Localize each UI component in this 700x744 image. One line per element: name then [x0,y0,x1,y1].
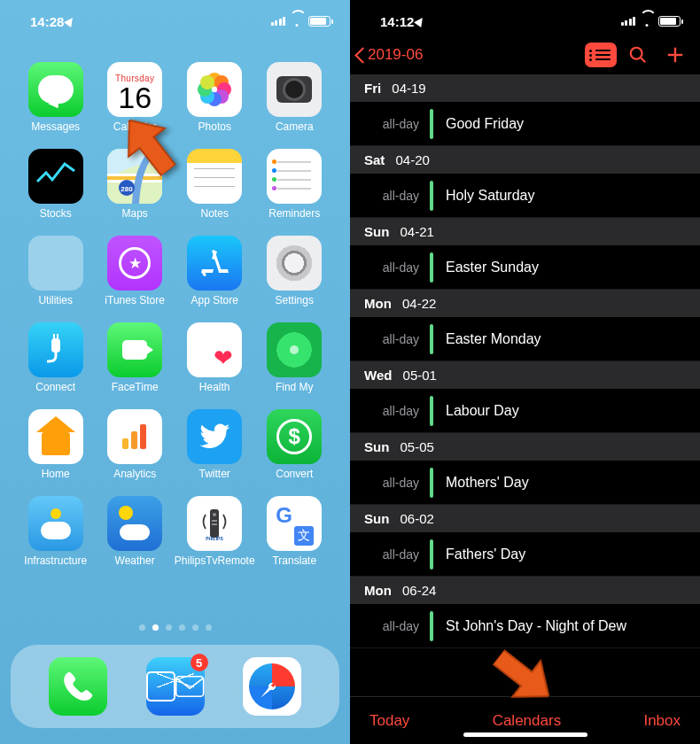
dock-safari[interactable] [243,657,301,716]
toolbar: Today Calendars Inbox [350,696,700,744]
app-health[interactable]: Health [175,322,255,393]
app-notes[interactable]: Notes [175,149,255,220]
app-home[interactable]: Home [16,409,95,480]
app-weather[interactable]: Weather [95,496,174,567]
facetime-icon [107,322,162,377]
app-stocks[interactable]: Stocks [16,149,95,220]
cell-signal-icon [621,17,636,26]
event-title: Fathers' Day [446,546,525,562]
app-label: Translate [272,554,316,567]
event-row[interactable]: all-daySt John's Day - Night of Dew [350,604,700,648]
app-label: App Store [191,294,238,306]
today-button[interactable]: Today [369,712,409,730]
dock-phone[interactable] [49,657,107,716]
app-philips-remote[interactable]: PHILIPSPhilipsTvRemote [175,496,255,567]
calendar-day: 16 [118,82,152,112]
event-color-bar [430,181,433,211]
app-label: Connect [35,381,75,393]
svg-rect-24 [176,677,204,697]
event-title: Holy Saturday [446,188,535,204]
event-row[interactable]: all-dayHoly Saturday [350,174,700,218]
inbox-button[interactable]: Inbox [643,712,681,730]
event-row[interactable]: all-dayLabour Day [350,389,700,433]
app-find-my[interactable]: Find My [255,322,334,393]
day-header: Sun 04-21 [350,218,700,245]
add-event-button[interactable] [659,42,691,68]
event-time: all-day [364,260,419,275]
app-twitter[interactable]: Twitter [175,409,255,480]
find-my-icon [267,322,322,377]
event-row[interactable]: all-dayEaster Sunday [350,245,700,290]
convert-icon [267,409,322,464]
location-icon [414,15,426,27]
app-photos[interactable]: Photos [175,62,255,133]
chevron-left-icon [354,45,366,65]
event-time: all-day [364,404,419,418]
app-label: Twitter [199,468,230,480]
event-row[interactable]: all-dayGood Friday [350,102,700,146]
event-title: Labour Day [446,403,519,419]
app-infrastructure[interactable]: Infrastructure [16,496,95,567]
svg-rect-16 [122,438,128,449]
app-utilities[interactable]: Utilities [16,236,95,306]
svg-rect-14 [53,334,55,339]
back-button[interactable]: 2019-06 [354,45,423,65]
svg-rect-21 [212,520,217,522]
event-time: all-day [364,619,419,633]
svg-text:PHILIPS: PHILIPS [206,536,223,541]
svg-rect-13 [51,338,60,353]
calendars-button[interactable]: Calendars [493,712,562,730]
event-row[interactable]: all-dayMothers' Day [350,461,700,505]
app-settings[interactable]: Settings [255,236,334,306]
nav-bar: 2019-06 [350,35,700,74]
app-translate[interactable]: Translate [255,496,334,567]
phone-icon [49,657,107,716]
app-label: Reminders [268,207,320,220]
app-facetime[interactable]: FaceTime [95,322,174,393]
day-header: Sun 05-05 [350,433,700,461]
svg-point-25 [631,48,642,59]
list-icon [585,43,617,67]
event-row[interactable]: all-dayEaster Monday [350,317,700,361]
app-label: Convert [276,468,313,480]
home-icon [28,409,83,464]
app-connect[interactable]: Connect [16,322,95,393]
page-indicator[interactable] [0,624,350,631]
dock: 5 [11,645,339,728]
settings-icon [267,236,322,291]
battery-icon [308,16,331,27]
app-reminders[interactable]: Reminders [255,149,334,220]
app-label: Infrastructure [24,554,87,567]
svg-rect-10 [107,176,162,180]
event-time: all-day [364,117,419,131]
calendar-app: 14:12 2019-06 Fri 04-19all-dayGood Frida… [350,0,700,744]
app-camera[interactable]: Camera [255,62,334,133]
app-itunes-store[interactable]: iTunes Store [95,236,174,306]
app-calendar[interactable]: Thursday16Calendar [95,62,174,133]
dock-mail[interactable]: 5 [146,657,205,716]
notes-icon [187,149,242,204]
home-indicator[interactable] [463,732,587,737]
svg-rect-17 [131,431,137,449]
event-color-bar [430,611,433,641]
svg-text:280: 280 [121,185,133,193]
app-store-icon [187,236,242,291]
list-view-button[interactable] [585,42,617,68]
day-header: Mon 04-22 [350,290,700,317]
app-analytics[interactable]: Analytics [95,409,174,480]
status-bar: 14:12 [350,0,700,35]
event-row[interactable]: all-dayFathers' Day [350,532,700,577]
search-button[interactable] [622,42,654,68]
itunes-store-icon [107,236,162,291]
app-label: Maps [121,207,147,220]
app-convert[interactable]: Convert [255,409,334,480]
app-label: Notes [201,207,229,220]
event-list[interactable]: Fri 04-19all-dayGood FridaySat 04-20all-… [350,74,700,696]
event-color-bar [430,324,433,354]
app-app-store[interactable]: App Store [175,236,255,306]
app-label: PhilipsTvRemote [175,554,255,567]
app-label: FaceTime [112,381,159,393]
app-maps[interactable]: 280Maps [95,149,174,220]
app-messages[interactable]: Messages [16,62,95,133]
app-label: Photos [198,120,231,133]
